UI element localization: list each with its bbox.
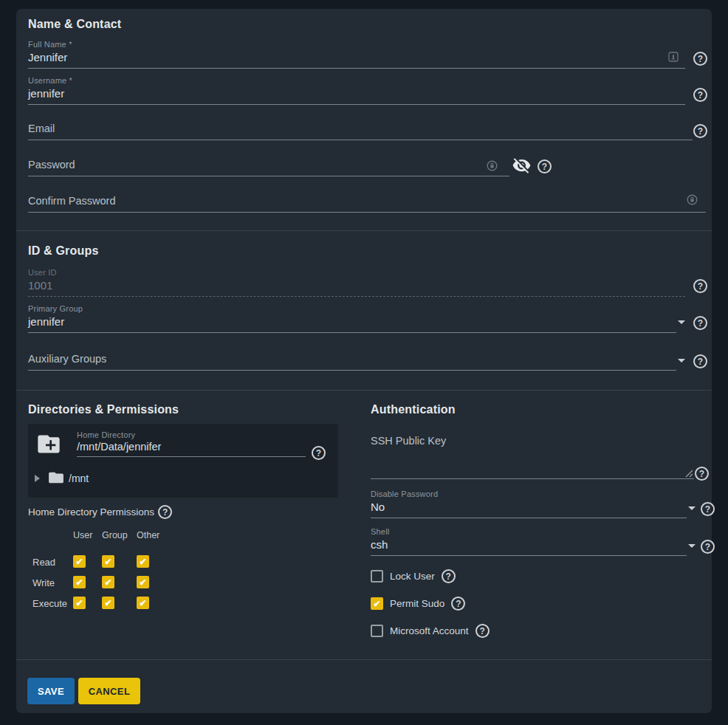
- lock-user-checkbox[interactable]: [371, 570, 383, 583]
- shell-label: Shell: [371, 527, 687, 537]
- password-lock-icon: [487, 160, 498, 171]
- user-id-label: User ID: [28, 268, 685, 278]
- password-field: Password: [28, 157, 509, 176]
- toggle-password-visibility-icon[interactable]: [512, 156, 532, 175]
- password-lock-icon: [687, 194, 698, 205]
- permissions-grid: UserGroupOtherReadWriteExecute: [28, 530, 169, 617]
- help-icon[interactable]: [693, 279, 707, 293]
- microsoft-account-label: Microsoft Account: [390, 625, 469, 636]
- permissions-row-read: Read: [28, 555, 73, 568]
- help-icon[interactable]: [475, 624, 490, 638]
- section-title-authentication: Authentication: [371, 403, 456, 416]
- permissions-column-group: Group: [102, 530, 137, 540]
- create-folder-icon[interactable]: [37, 434, 61, 454]
- home-directory-input[interactable]: /mnt/Data/jennifer: [77, 441, 306, 457]
- section-divider: [16, 659, 712, 660]
- help-icon[interactable]: [693, 124, 707, 138]
- username-label: Username *: [28, 76, 685, 86]
- auxiliary-groups-select: Auxiliary Groups: [28, 351, 676, 371]
- ssh-public-key-label: SSH Public Key: [371, 435, 446, 447]
- chevron-down-icon[interactable]: [678, 320, 685, 324]
- permit-sudo-checkbox[interactable]: [371, 597, 383, 610]
- add-user-form-card: Name & Contact Full Name * Jennifer User…: [16, 9, 712, 713]
- permissions-row-write: Write: [28, 576, 73, 588]
- permit-sudo-row: Permit Sudo: [371, 597, 465, 611]
- write-other-checkbox[interactable]: [137, 576, 149, 588]
- folder-icon[interactable]: [48, 471, 64, 484]
- resize-handle-icon[interactable]: [685, 470, 693, 478]
- shell-value[interactable]: csh: [371, 537, 687, 556]
- home-directory-permissions-row: Home Directory Permissions: [28, 505, 172, 519]
- write-group-checkbox[interactable]: [102, 576, 114, 588]
- full-name-input[interactable]: Jennifer: [28, 49, 685, 69]
- microsoft-account-checkbox[interactable]: [371, 625, 383, 637]
- disable-password-label: Disable Password: [371, 489, 687, 499]
- confirm-password-input[interactable]: Confirm Password: [28, 193, 706, 213]
- user-id-input: 1001: [28, 278, 685, 297]
- full-name-label: Full Name *: [28, 40, 685, 49]
- full-name-field: Full Name * Jennifer: [28, 40, 685, 69]
- help-icon[interactable]: [701, 540, 715, 554]
- email-field: Email: [28, 121, 693, 140]
- permissions-column-user: User: [73, 530, 102, 540]
- help-icon[interactable]: [693, 316, 707, 330]
- section-title-id-groups: ID & Groups: [28, 244, 99, 258]
- section-divider: [16, 390, 712, 391]
- help-icon[interactable]: [158, 505, 172, 519]
- user-id-field: User ID 1001: [28, 268, 685, 297]
- disable-password-select: Disable Password No: [371, 489, 687, 518]
- help-icon[interactable]: [451, 597, 465, 611]
- execute-user-checkbox[interactable]: [73, 597, 86, 609]
- help-icon[interactable]: [442, 569, 456, 583]
- help-icon[interactable]: [693, 52, 707, 66]
- tree-node-mnt[interactable]: /mnt: [69, 473, 89, 484]
- username-input[interactable]: jennifer: [28, 86, 685, 105]
- primary-group-value[interactable]: jennifer: [28, 314, 676, 333]
- read-group-checkbox[interactable]: [102, 555, 114, 568]
- help-icon[interactable]: [538, 159, 552, 173]
- shell-select: Shell csh: [371, 527, 687, 556]
- ssh-public-key-textarea[interactable]: [371, 452, 694, 479]
- auxiliary-groups-value[interactable]: Auxiliary Groups: [28, 351, 676, 371]
- section-divider: [16, 230, 712, 231]
- section-title-name-contact: Name & Contact: [28, 18, 121, 31]
- microsoft-account-row: Microsoft Account: [371, 624, 490, 638]
- tree-expand-icon[interactable]: [35, 475, 40, 482]
- disable-password-value[interactable]: No: [371, 499, 687, 518]
- chevron-down-icon[interactable]: [688, 544, 696, 548]
- email-input[interactable]: Email: [28, 121, 693, 140]
- home-directory-explorer: Home Directory /mnt/Data/jennifer /mnt: [28, 424, 338, 498]
- execute-group-checkbox[interactable]: [102, 597, 114, 609]
- read-user-checkbox[interactable]: [73, 555, 86, 568]
- write-user-checkbox[interactable]: [73, 576, 86, 588]
- cancel-button[interactable]: CANCEL: [78, 678, 140, 704]
- primary-group-label: Primary Group: [28, 304, 676, 314]
- autofill-icon: [668, 52, 679, 62]
- help-icon[interactable]: [701, 502, 715, 516]
- permissions-column-other: Other: [137, 530, 169, 540]
- help-icon[interactable]: [695, 467, 709, 481]
- home-directory-permissions-label: Home Directory Permissions: [28, 506, 154, 518]
- confirm-password-field: Confirm Password: [28, 193, 706, 213]
- execute-other-checkbox[interactable]: [137, 597, 149, 609]
- save-button[interactable]: SAVE: [27, 678, 75, 704]
- chevron-down-icon[interactable]: [678, 359, 685, 362]
- help-icon[interactable]: [693, 354, 707, 368]
- password-input[interactable]: Password: [28, 157, 509, 176]
- primary-group-select: Primary Group jennifer: [28, 304, 676, 333]
- username-field: Username * jennifer: [28, 76, 685, 105]
- help-icon[interactable]: [312, 446, 326, 460]
- lock-user-row: Lock User: [371, 569, 456, 583]
- permissions-row-execute: Execute: [28, 597, 73, 609]
- lock-user-label: Lock User: [390, 571, 435, 582]
- section-title-directories: Directories & Permissions: [28, 403, 179, 416]
- chevron-down-icon[interactable]: [688, 506, 696, 510]
- permit-sudo-label: Permit Sudo: [390, 598, 444, 609]
- home-directory-label: Home Directory: [77, 430, 135, 440]
- help-icon[interactable]: [693, 88, 707, 102]
- authentication-checkbox-list: Lock UserPermit SudoMicrosoft Account: [371, 568, 592, 649]
- read-other-checkbox[interactable]: [137, 555, 149, 568]
